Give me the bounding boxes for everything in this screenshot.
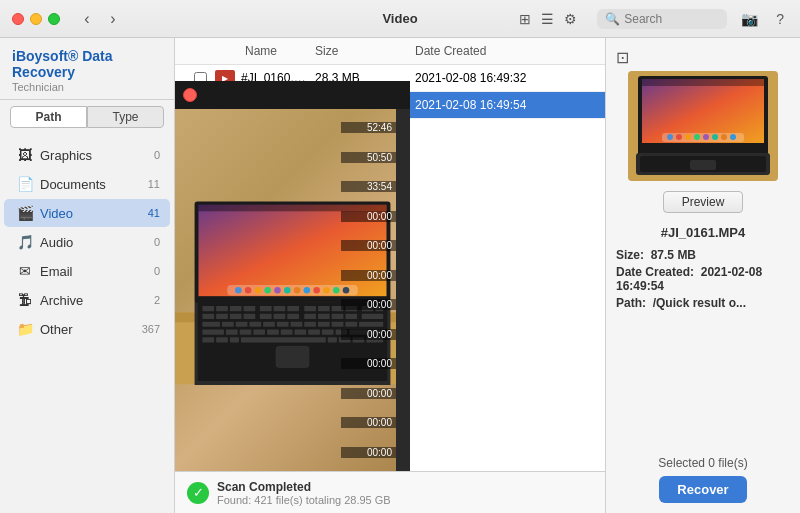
svg-rect-43 (240, 330, 252, 335)
sidebar-item-count: 367 (140, 323, 160, 335)
svg-rect-35 (291, 322, 303, 327)
sidebar-item-label: Video (40, 206, 140, 221)
sidebar-item-count: 41 (140, 207, 160, 219)
svg-point-69 (264, 287, 271, 294)
scan-bar: ✓ Scan Completed Found: 421 file(s) tota… (175, 471, 605, 513)
copy-button[interactable]: ⊡ (616, 48, 629, 67)
sidebar-item-graphics[interactable]: 🖼 Graphics 0 (4, 141, 170, 169)
svg-rect-33 (263, 322, 275, 327)
sidebar: iBoysoft® Data Recovery Technician Path … (0, 38, 175, 513)
date-label: Date Created: (616, 265, 694, 279)
svg-point-87 (703, 134, 709, 140)
svg-rect-19 (230, 314, 242, 319)
traffic-lights (12, 13, 60, 25)
svg-rect-53 (216, 338, 228, 343)
video-close-button[interactable] (183, 88, 197, 102)
time-marker: 00:00 (341, 447, 396, 458)
svg-rect-24 (304, 314, 316, 319)
svg-rect-9 (274, 306, 286, 311)
svg-rect-45 (267, 330, 279, 335)
filter-button[interactable]: ⚙ (560, 9, 581, 29)
svg-rect-56 (328, 338, 337, 343)
svg-rect-52 (202, 338, 214, 343)
search-input[interactable] (624, 12, 719, 26)
video-scrollbar[interactable] (396, 109, 410, 471)
sidebar-header: iBoysoft® Data Recovery Technician (0, 38, 174, 100)
recover-button[interactable]: Recover (659, 476, 746, 503)
preview-date: Date Created: 2021-02-08 16:49:54 (616, 265, 790, 293)
sidebar-item-label: Email (40, 264, 140, 279)
app-role: Technician (12, 81, 162, 93)
time-marker: 00:00 (341, 329, 396, 340)
email-icon: ✉ (16, 262, 34, 280)
svg-rect-17 (202, 314, 214, 319)
svg-point-85 (685, 134, 691, 140)
help-icon[interactable]: ? (772, 9, 788, 29)
search-icon: 🔍 (605, 12, 620, 26)
list-view-button[interactable]: ☰ (537, 9, 558, 29)
header-check (185, 44, 215, 58)
sidebar-item-other[interactable]: 📁 Other 367 (4, 315, 170, 343)
time-marker: 00:00 (341, 417, 396, 428)
sidebar-item-count: 11 (140, 178, 160, 190)
sidebar-item-documents[interactable]: 📄 Documents 11 (4, 170, 170, 198)
scan-found: Found: 421 file(s) totaling 28.95 GB (217, 494, 391, 506)
svg-rect-81 (642, 79, 764, 86)
tab-path[interactable]: Path (10, 106, 87, 128)
svg-rect-60 (276, 347, 309, 368)
preview-filename: #JI_0161.MP4 (616, 225, 790, 240)
svg-point-71 (284, 287, 291, 294)
preview-button[interactable]: Preview (663, 191, 744, 213)
time-marker: 00:00 (341, 358, 396, 369)
svg-rect-7 (244, 306, 256, 311)
path-label: Path: (616, 296, 646, 310)
sidebar-item-archive[interactable]: 🗜 Archive 2 (4, 286, 170, 314)
sidebar-item-email[interactable]: ✉ Email 0 (4, 257, 170, 285)
view-toggle: ⊞ ☰ ⚙ (515, 9, 581, 29)
svg-point-72 (294, 287, 301, 294)
sidebar-tabs: Path Type (0, 100, 174, 134)
camera-icon[interactable]: 📷 (737, 9, 762, 29)
scan-title: Scan Completed (217, 480, 391, 494)
path-value: /Quick result o... (653, 296, 746, 310)
svg-point-70 (274, 287, 281, 294)
main-container: iBoysoft® Data Recovery Technician Path … (0, 38, 800, 513)
svg-point-67 (245, 287, 252, 294)
time-marker: 00:00 (341, 240, 396, 251)
sidebar-item-label: Other (40, 322, 140, 337)
sidebar-item-audio[interactable]: 🎵 Audio 0 (4, 228, 170, 256)
sidebar-item-count: 0 (140, 149, 160, 161)
svg-rect-10 (287, 306, 299, 311)
back-button[interactable]: ‹ (76, 8, 98, 30)
svg-point-75 (323, 287, 330, 294)
grid-view-button[interactable]: ⊞ (515, 9, 535, 29)
svg-point-73 (304, 287, 311, 294)
svg-rect-34 (277, 322, 289, 327)
tab-type[interactable]: Type (87, 106, 164, 128)
graphics-icon: 🖼 (16, 146, 34, 164)
svg-rect-18 (216, 314, 228, 319)
title-bar: ‹ › Video ⊞ ☰ ⚙ 🔍 📷 ? (0, 0, 800, 38)
svg-rect-36 (304, 322, 316, 327)
svg-rect-54 (230, 338, 239, 343)
time-marker: 33:54 (341, 181, 396, 192)
search-bar[interactable]: 🔍 (597, 9, 727, 29)
svg-point-74 (313, 287, 320, 294)
svg-rect-6 (230, 306, 242, 311)
forward-button[interactable]: › (102, 8, 124, 30)
sidebar-item-video[interactable]: 🎬 Video 41 (4, 199, 170, 227)
svg-rect-31 (236, 322, 248, 327)
archive-icon: 🗜 (16, 291, 34, 309)
sidebar-item-label: Archive (40, 293, 140, 308)
app-name: iBoysoft® Data Recovery (12, 48, 162, 80)
maximize-button[interactable] (48, 13, 60, 25)
svg-point-86 (694, 134, 700, 140)
sidebar-item-label: Documents (40, 177, 140, 192)
sidebar-item-count: 0 (140, 236, 160, 248)
svg-point-88 (712, 134, 718, 140)
svg-rect-30 (222, 322, 234, 327)
time-marker: 00:00 (341, 211, 396, 222)
close-button[interactable] (12, 13, 24, 25)
minimize-button[interactable] (30, 13, 42, 25)
svg-rect-20 (244, 314, 256, 319)
